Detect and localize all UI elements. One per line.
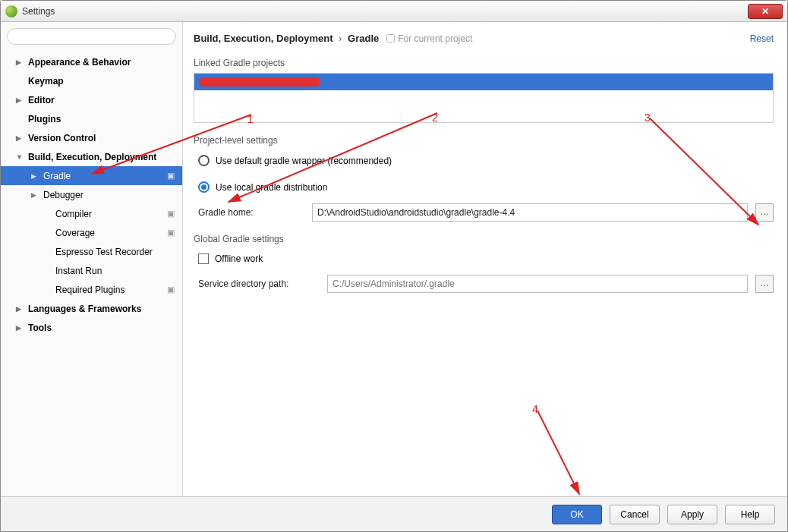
- sidebar-item-appearance-behavior[interactable]: ▶Appearance & Behavior: [1, 52, 182, 71]
- app-icon: [5, 5, 17, 17]
- sidebar-item-label: Espresso Test Recorder: [55, 247, 153, 257]
- linked-project-row[interactable]: [194, 74, 773, 90]
- sidebar-item-label: Tools: [28, 323, 52, 333]
- redacted-name: [199, 77, 320, 87]
- sidebar-item-label: Gradle: [43, 171, 71, 181]
- sidebar-item-label: Coverage: [55, 228, 95, 238]
- gradle-home-input[interactable]: [312, 203, 748, 222]
- sidebar-item-label: Editor: [28, 95, 55, 105]
- search-input[interactable]: [7, 28, 176, 45]
- tree-arrow-icon: ▶: [16, 96, 25, 104]
- linked-projects-list[interactable]: [194, 73, 774, 123]
- settings-tree: ▶Appearance & BehaviorKeymap▶EditorPlugi…: [1, 49, 182, 496]
- sidebar-item-label: Languages & Frameworks: [28, 304, 141, 314]
- sidebar-item-plugins[interactable]: Plugins: [1, 109, 182, 128]
- radio-local-distribution-label: Use local gradle distribution: [216, 182, 327, 193]
- titlebar: Settings ✕: [1, 1, 787, 22]
- sidebar-item-label: Debugger: [43, 190, 84, 200]
- service-dir-label: Service directory path:: [198, 279, 320, 289]
- sidebar-item-debugger[interactable]: ▶Debugger: [1, 185, 182, 204]
- project-level-label: Project-level settings: [183, 123, 787, 150]
- tree-arrow-icon: ▶: [16, 58, 25, 66]
- sidebar-item-label: Keymap: [28, 76, 64, 87]
- sidebar-item-coverage[interactable]: Coverage▣: [1, 223, 182, 242]
- breadcrumb-sep: ›: [339, 33, 342, 44]
- service-dir-input[interactable]: [327, 275, 748, 293]
- radio-default-wrapper[interactable]: [198, 155, 210, 166]
- sidebar-item-compiler[interactable]: Compiler▣: [1, 204, 182, 223]
- close-button[interactable]: ✕: [748, 4, 783, 19]
- sidebar-item-label: Version Control: [28, 133, 96, 143]
- ok-button[interactable]: OK: [552, 505, 602, 524]
- tree-arrow-icon: ▶: [31, 191, 40, 199]
- tree-arrow-icon: ▶: [16, 134, 25, 142]
- apply-button[interactable]: Apply: [667, 505, 717, 524]
- scope-icon: ▣: [167, 228, 175, 238]
- breadcrumb-part: Build, Execution, Deployment: [194, 33, 333, 44]
- gradle-home-label: Gradle home:: [198, 207, 304, 218]
- sidebar-item-version-control[interactable]: ▶Version Control: [1, 128, 182, 147]
- reset-link[interactable]: Reset: [750, 33, 774, 44]
- sidebar-item-editor[interactable]: ▶Editor: [1, 90, 182, 109]
- sidebar-item-label: Instant Run: [55, 266, 102, 276]
- tree-arrow-icon: ▼: [16, 153, 25, 161]
- global-settings-label: Global Gradle settings: [183, 226, 787, 249]
- main-panel: Build, Execution, Deployment › Gradle Fo…: [183, 22, 787, 496]
- tree-arrow-icon: ▶: [16, 305, 25, 313]
- gradle-home-browse-button[interactable]: …: [755, 203, 774, 222]
- tree-arrow-icon: ▶: [31, 172, 40, 180]
- cancel-button[interactable]: Cancel: [610, 505, 660, 524]
- offline-work-label: Offline work: [215, 253, 263, 264]
- sidebar-item-label: Plugins: [28, 114, 61, 124]
- dialog-footer: OK Cancel Apply Help: [1, 496, 787, 531]
- sidebar-item-espresso-test-recorder[interactable]: Espresso Test Recorder: [1, 242, 182, 261]
- radio-local-distribution[interactable]: [198, 181, 210, 193]
- window-title: Settings: [22, 6, 748, 17]
- sidebar-item-keymap[interactable]: Keymap: [1, 71, 182, 90]
- service-dir-browse-button[interactable]: …: [755, 275, 774, 293]
- sidebar-item-gradle[interactable]: ▶Gradle▣: [1, 166, 182, 185]
- linked-projects-label: Linked Gradle projects: [183, 52, 787, 73]
- sidebar-item-label: Compiler: [55, 209, 92, 219]
- scope-hint: For current project: [386, 33, 472, 44]
- breadcrumb: Build, Execution, Deployment › Gradle: [194, 33, 379, 44]
- sidebar-item-instant-run[interactable]: Instant Run: [1, 261, 182, 280]
- scope-icon: ▣: [167, 171, 175, 181]
- scope-icon: ▣: [167, 209, 175, 219]
- settings-sidebar: ▶Appearance & BehaviorKeymap▶EditorPlugi…: [1, 22, 183, 496]
- breadcrumb-part: Gradle: [348, 33, 379, 44]
- scope-icon: [386, 34, 395, 42]
- sidebar-item-label: Required Plugins: [55, 285, 125, 295]
- sidebar-item-languages-frameworks[interactable]: ▶Languages & Frameworks: [1, 299, 182, 318]
- sidebar-item-build-execution-deployment[interactable]: ▼Build, Execution, Deployment: [1, 147, 182, 166]
- help-button[interactable]: Help: [725, 505, 775, 524]
- tree-arrow-icon: ▶: [16, 324, 25, 332]
- scope-icon: ▣: [167, 285, 175, 294]
- sidebar-item-label: Appearance & Behavior: [28, 57, 131, 68]
- sidebar-item-label: Build, Execution, Deployment: [28, 152, 156, 162]
- radio-default-wrapper-label: Use default gradle wrapper (recommended): [216, 156, 392, 166]
- sidebar-item-required-plugins[interactable]: Required Plugins▣: [1, 280, 182, 299]
- offline-work-checkbox[interactable]: [198, 253, 209, 264]
- sidebar-item-tools[interactable]: ▶Tools: [1, 318, 182, 337]
